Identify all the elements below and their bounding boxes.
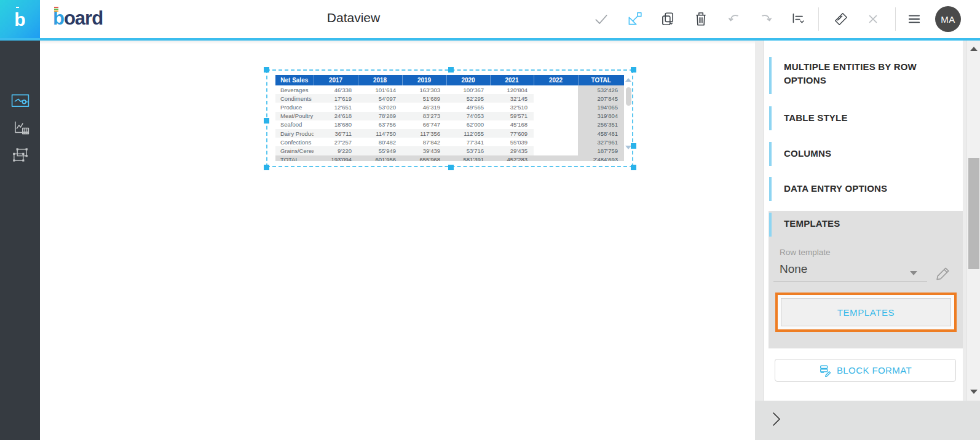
logo-b-icon: b bbox=[14, 9, 25, 30]
topbar-accent-line bbox=[0, 38, 980, 41]
edit-template-icon[interactable] bbox=[935, 265, 953, 283]
block-format-label: BLOCK FORMAT bbox=[837, 365, 912, 375]
delete-icon[interactable] bbox=[692, 10, 709, 28]
layout-select-icon[interactable] bbox=[10, 146, 30, 163]
selection-handle-top-left[interactable] bbox=[264, 67, 269, 73]
design-tools-icon[interactable] bbox=[832, 10, 850, 28]
scroll-down-icon[interactable] bbox=[970, 390, 978, 394]
board-app: b board Dataview bbox=[0, 0, 980, 440]
selection-handle-left-mid[interactable] bbox=[264, 118, 269, 124]
selection-handle-bottom-left[interactable] bbox=[264, 165, 269, 170]
block-format-button[interactable]: BLOCK FORMAT bbox=[775, 359, 956, 382]
selection-handle-right-mid[interactable] bbox=[631, 143, 636, 149]
block-format-icon bbox=[819, 364, 831, 377]
section-accent-bar bbox=[769, 213, 772, 237]
brand-rest: oard bbox=[64, 7, 103, 29]
row-template-label: Row template bbox=[780, 248, 831, 257]
section-accent-bar bbox=[769, 142, 772, 166]
top-bar: b board Dataview bbox=[0, 0, 980, 38]
board-logo-mark[interactable]: b bbox=[0, 0, 40, 38]
panel-footer bbox=[755, 401, 980, 440]
selection-handle-top-mid[interactable] bbox=[448, 67, 454, 73]
row-template-select[interactable]: None bbox=[780, 262, 807, 276]
properties-card: MULTIPLE ENTITIES BY ROW OPTIONS TABLE S… bbox=[764, 41, 963, 401]
chart-object-icon[interactable] bbox=[10, 119, 30, 136]
brand-first-letter: b bbox=[53, 7, 64, 29]
section-columns[interactable]: COLUMNS bbox=[784, 147, 831, 160]
undo-icon[interactable] bbox=[725, 10, 743, 28]
properties-panel: MULTIPLE ENTITIES BY ROW OPTIONS TABLE S… bbox=[755, 41, 980, 440]
tutorial-highlight-box: TEMPLATES bbox=[775, 293, 957, 332]
section-data-entry-options[interactable]: DATA ENTRY OPTIONS bbox=[784, 182, 887, 195]
section-multiple-entities[interactable]: MULTIPLE ENTITIES BY ROW OPTIONS bbox=[784, 60, 938, 87]
selection-handle-top-right[interactable] bbox=[631, 67, 636, 73]
panel-scrollbar[interactable] bbox=[966, 41, 980, 401]
collapse-panel-chevron-icon[interactable] bbox=[770, 411, 783, 428]
duplicate-icon[interactable] bbox=[659, 10, 676, 28]
dropdown-caret-icon[interactable] bbox=[910, 271, 917, 275]
panel-scrollbar-thumb[interactable] bbox=[968, 158, 979, 269]
brand-dashes-icon bbox=[54, 7, 58, 12]
object-selection-border[interactable] bbox=[266, 69, 633, 167]
menu-icon[interactable] bbox=[906, 10, 923, 28]
user-avatar[interactable]: MA bbox=[935, 6, 961, 32]
page-title: Dataview bbox=[264, 10, 443, 25]
section-templates[interactable]: TEMPLATES bbox=[784, 217, 840, 230]
toolbar-divider bbox=[895, 7, 896, 31]
canvas-shadow bbox=[40, 41, 755, 44]
close-icon[interactable] bbox=[864, 10, 882, 28]
scroll-up-icon[interactable] bbox=[970, 47, 978, 51]
select-underline bbox=[773, 281, 927, 282]
dataview-object-icon[interactable] bbox=[10, 92, 30, 109]
align-options-icon[interactable] bbox=[789, 10, 807, 28]
redo-icon[interactable] bbox=[757, 10, 775, 28]
toolbar-divider bbox=[818, 7, 819, 31]
section-accent-bar bbox=[769, 177, 772, 201]
section-table-style[interactable]: TABLE STYLE bbox=[784, 111, 848, 125]
section-accent-bar bbox=[769, 57, 772, 94]
templates-button[interactable]: TEMPLATES bbox=[781, 298, 951, 326]
confirm-check-icon[interactable] bbox=[593, 10, 610, 28]
left-sidebar bbox=[0, 41, 40, 440]
section-accent-bar bbox=[769, 106, 772, 130]
templates-section: TEMPLATES Row template None TEMPLATES bbox=[769, 211, 963, 348]
select-object-icon[interactable] bbox=[626, 10, 643, 28]
selection-handle-bottom-mid[interactable] bbox=[448, 165, 454, 170]
board-logo: board bbox=[53, 7, 103, 29]
selection-handle-bottom-right[interactable] bbox=[631, 165, 636, 170]
